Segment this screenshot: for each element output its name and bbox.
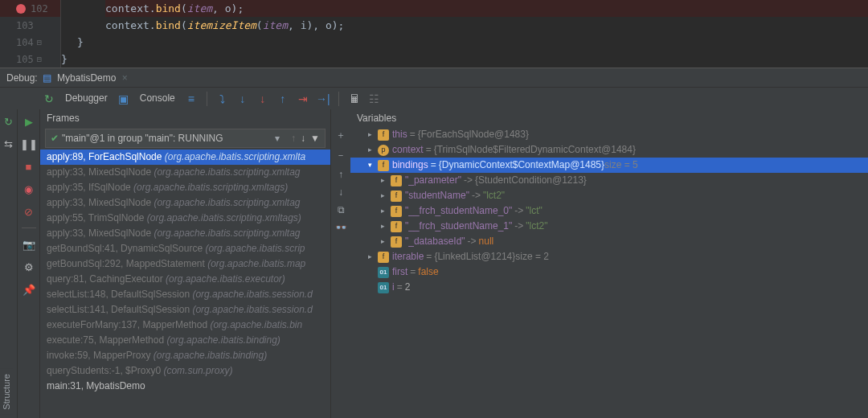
stack-frame[interactable]: selectList:141, DefaultSqlSession (org.a… [40,302,330,318]
step-over-icon[interactable]: ⤵ [214,90,231,108]
copy-icon[interactable]: ⧉ [338,204,345,215]
fold-icon[interactable]: ⊟ [37,38,42,47]
drop-frame-icon[interactable]: ⇥ [294,90,312,108]
stack-frame[interactable]: query:81, CachingExecutor (org.apache.ib… [40,272,330,287]
tab-console[interactable]: Console [135,92,180,105]
stack-frame[interactable]: execute:75, MapperMethod (org.apache.iba… [40,333,330,348]
next-frame-icon[interactable]: ↓ [301,133,305,144]
stop-icon[interactable]: ■ [20,158,38,175]
move-down-icon[interactable]: ↓ [338,186,343,198]
resume-icon[interactable]: ▶ [20,113,38,130]
code-line: context.bind(itemizeItem(item, i), o); [105,17,868,34]
line-number: 102 [31,3,48,14]
variable-row[interactable]: ▸f"__frch_studentName_0" -> "lct" [350,203,868,219]
expand-icon[interactable]: ▸ [378,203,387,219]
variable-row[interactable]: 01i = 2 [350,280,868,295]
variable-value: null [479,234,494,249]
stack-frame[interactable]: apply:33, MixedSqlNode (org.apache.ibati… [40,226,330,241]
stack-frame[interactable]: apply:33, MixedSqlNode (org.apache.ibati… [40,195,330,211]
fold-icon[interactable]: ⊟ [37,55,42,64]
code-editor: 102 103 104 ⊟ 105 ⊟ context.bind(item, o… [0,0,868,68]
stack-frame[interactable]: queryStudents:-1, $Proxy0 (com.sun.proxy… [40,363,330,379]
code-line: } [105,34,868,51]
gutter-row-103[interactable]: 103 [0,17,60,34]
settings-icon[interactable]: ⚙ [20,258,38,276]
rerun-icon[interactable]: ↻ [0,113,18,130]
variable-name: "_databaseId" [405,234,465,249]
variable-row[interactable]: ▸fiterable = {LinkedList@1214} size = 2 [350,249,868,264]
gutter-row-102[interactable]: 102 [0,0,60,17]
variables-list[interactable]: ▸fthis = {ForEachSqlNode@1483}▸pcontext … [350,127,868,295]
variable-row[interactable]: ▸f"_databaseId" -> null [350,234,868,249]
stack-frame[interactable]: getBoundSql:292, MappedStatement (org.ap… [40,256,330,272]
variable-name: "studentName" [405,188,469,203]
close-icon[interactable]: × [122,72,128,84]
field-badge-icon: f [391,206,402,217]
gutter-row-105[interactable]: 105 ⊟ [0,51,60,68]
stack-frame[interactable]: executeForMany:137, MapperMethod (org.ap… [40,318,330,333]
expand-icon[interactable]: ▸ [378,173,387,188]
tab-debugger[interactable]: Debugger [60,92,113,105]
force-step-into-icon[interactable]: ↓ [254,90,272,108]
run-config-name[interactable]: ▤ MybatisDemo × [43,72,128,84]
stack-frame[interactable]: apply:35, IfSqlNode (org.apache.ibatis.s… [40,180,330,195]
thread-selector[interactable]: ✔ "main"@1 in group "main": RUNNING ▾ ↑ … [45,129,326,148]
gutter-row-104[interactable]: 104 ⊟ [0,34,60,51]
previous-frame-icon[interactable]: ↑ [291,133,296,144]
variable-row[interactable]: ▸pcontext = {TrimSqlNode$FilteredDynamic… [350,142,868,158]
variable-row[interactable]: ▸fthis = {ForEachSqlNode@1483} [350,127,868,142]
variable-row[interactable]: ▸f"studentName" -> "lct2" [350,188,868,203]
move-up-icon[interactable]: ↑ [338,169,343,180]
remove-watch-icon[interactable]: － [336,149,346,162]
trace-icon[interactable]: ☷ [366,90,383,108]
glasses-icon[interactable]: 👓 [335,222,347,233]
variable-row[interactable]: ▾fbindings = {DynamicContext$ContextMap@… [350,158,868,173]
param-badge-icon: p [378,145,389,156]
expand-icon[interactable]: ▸ [365,142,375,158]
stack-frame[interactable]: invoke:59, MapperProxy (org.apache.ibati… [40,348,330,363]
variable-name: i [392,280,395,295]
variable-value: 2 [405,280,411,295]
expand-icon[interactable]: ▾ [365,158,375,173]
frames-list[interactable]: apply:89, ForEachSqlNode (org.apache.iba… [40,150,330,394]
pin-icon[interactable]: 📌 [20,281,38,298]
check-icon: ✔ [51,133,59,144]
stack-frame[interactable]: selectList:148, DefaultSqlSession (org.a… [40,287,330,302]
add-watch-icon[interactable]: ＋ [336,129,346,142]
code-area[interactable]: context.bind(item, o); context.bind(item… [61,0,868,68]
stack-frame[interactable]: apply:89, ForEachSqlNode (org.apache.iba… [40,150,330,165]
step-into-icon[interactable]: ↓ [234,90,252,108]
camera-icon[interactable]: 📷 [20,236,38,253]
variable-row[interactable]: ▸f"_parameter" -> {StudentCondition@1213… [350,173,868,188]
threads-icon[interactable]: ≡ [182,90,200,108]
field-badge-icon: f [391,175,402,186]
expand-icon[interactable]: ▸ [365,127,375,142]
chevron-down-icon[interactable]: ▾ [275,133,280,144]
toggle-icon[interactable]: ⇆ [0,135,18,153]
expand-icon[interactable]: ▸ [378,219,387,234]
variables-panel: Variables ▸fthis = {ForEachSqlNode@1483}… [350,109,868,418]
field-badge-icon: f [378,129,389,141]
stack-frame[interactable]: apply:33, MixedSqlNode (org.apache.ibati… [40,165,330,180]
view-breakpoints-icon[interactable]: ◉ [20,180,38,198]
expand-icon[interactable]: ▸ [378,234,387,249]
variable-name: iterable [392,249,424,264]
stack-frame[interactable]: main:31, MybatisDemo [40,379,330,394]
run-to-cursor-icon[interactable]: →| [314,90,332,108]
filter-icon[interactable]: ▼ [310,133,320,144]
stack-frame[interactable]: apply:55, TrimSqlNode (org.apache.ibatis… [40,211,330,226]
structure-tool-window-tab[interactable]: Structure [0,369,13,415]
variable-row[interactable]: 01first = false [350,264,868,280]
stack-frame[interactable]: getBoundSql:41, DynamicSqlSource (org.ap… [40,241,330,256]
mute-breakpoints-icon[interactable]: ⊘ [20,203,38,220]
restore-layout-icon[interactable]: ↻ [40,90,58,108]
expand-icon[interactable]: ▸ [365,249,375,264]
expand-icon[interactable]: ▸ [378,188,387,203]
pause-icon[interactable]: ❚❚ [20,135,38,153]
code-line: context.bind(item, o); [105,0,868,17]
evaluate-icon[interactable]: 🖩 [346,90,363,108]
variable-row[interactable]: ▸f"__frch_studentName_1" -> "lct2" [350,219,868,234]
breakpoint-icon[interactable] [16,4,26,14]
step-out-icon[interactable]: ↑ [274,90,292,108]
field-badge-icon: f [391,236,402,248]
